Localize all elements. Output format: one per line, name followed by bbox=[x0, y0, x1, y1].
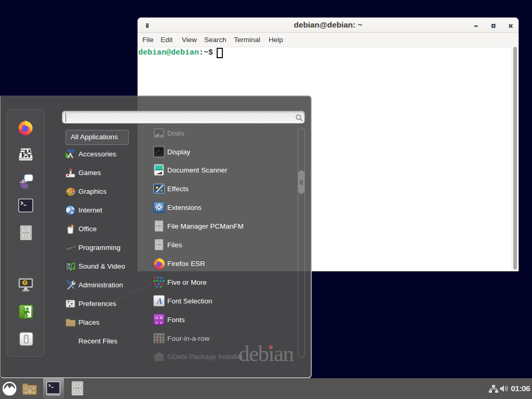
svg-text:A: A bbox=[156, 297, 163, 305]
svg-text:a: a bbox=[160, 320, 163, 325]
svg-text:a: a bbox=[155, 320, 158, 325]
svg-text:D: D bbox=[28, 389, 32, 394]
